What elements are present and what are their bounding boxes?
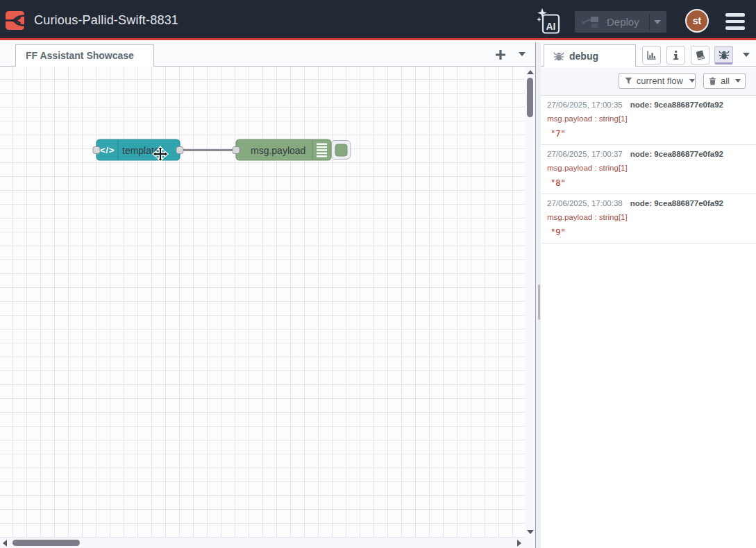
- debug-filter-label: current flow: [637, 76, 683, 86]
- flow-canvas[interactable]: </> template msg.payload: [0, 67, 525, 538]
- help-tab-button[interactable]: [691, 46, 709, 65]
- scroll-left-icon[interactable]: [3, 540, 7, 547]
- node-debug[interactable]: msg.payload: [236, 139, 351, 160]
- debug-message-list: 27/06/2025, 17:00:35node: 9cea886877e0fa…: [541, 95, 756, 548]
- debug-message[interactable]: 27/06/2025, 17:00:35node: 9cea886877e0fa…: [541, 96, 756, 145]
- workspace-tabbar: FF Assistant Showcase: [0, 42, 535, 67]
- debug-timestamp: 27/06/2025, 17:00:35: [547, 101, 623, 109]
- port-template-output[interactable]: [176, 147, 183, 154]
- deploy-options-caret-icon[interactable]: [654, 20, 661, 24]
- node-template[interactable]: </> template: [96, 139, 180, 160]
- hscroll-thumb[interactable]: [12, 540, 80, 546]
- debug-message[interactable]: 27/06/2025, 17:00:37node: 9cea886877e0fa…: [541, 145, 756, 194]
- splitter-grip[interactable]: [538, 284, 540, 320]
- user-avatar[interactable]: st: [685, 9, 709, 33]
- bug-icon: [553, 51, 564, 62]
- sidebar-splitter[interactable]: [535, 42, 541, 548]
- debug-property-path[interactable]: msg.payload : string[1]: [547, 113, 750, 124]
- node-red-editor: Curious-Pallid-Swift-8831 AI Deploy st: [0, 0, 756, 548]
- debug-node-id: node: 9cea886877e0fa92: [630, 101, 723, 109]
- sidebar-tab-debug[interactable]: debug: [544, 44, 636, 67]
- port-template-input[interactable]: [93, 147, 100, 154]
- scroll-down-icon[interactable]: [527, 530, 534, 534]
- book-icon: [695, 50, 705, 60]
- funnel-icon: [625, 77, 632, 85]
- info-tab-button[interactable]: [666, 46, 685, 65]
- flow-list-caret-icon[interactable]: [514, 48, 530, 62]
- deploy-button[interactable]: Deploy: [575, 11, 666, 33]
- avatar-initials: st: [693, 15, 701, 26]
- bug-icon: [719, 49, 730, 60]
- debug-value: "9": [547, 227, 750, 238]
- chart-icon: [646, 50, 657, 60]
- node-debug-label: msg.payload: [251, 145, 305, 156]
- trash-icon: [709, 77, 716, 85]
- deploy-divider: [649, 14, 650, 30]
- flowfuse-logo-icon: [6, 11, 24, 30]
- scroll-right-icon[interactable]: [517, 540, 521, 547]
- debug-toolbar: current flow all: [541, 67, 756, 95]
- debug-property-path[interactable]: msg.payload : string[1]: [547, 162, 750, 173]
- debug-timestamp: 27/06/2025, 17:00:37: [547, 150, 623, 158]
- canvas-vscrollbar[interactable]: [525, 67, 535, 538]
- debug-node-id: node: 9cea886877e0fa92: [630, 150, 723, 158]
- sidebar: debug: [541, 42, 756, 548]
- flow-tab[interactable]: FF Assistant Showcase: [15, 44, 154, 67]
- sidebar-tab-debug-label: debug: [569, 51, 598, 62]
- port-debug-input[interactable]: [233, 147, 240, 154]
- debug-tab-button[interactable]: [714, 46, 733, 65]
- scroll-up-icon[interactable]: [527, 70, 534, 74]
- ai-assistant-icon[interactable]: AI: [535, 8, 560, 34]
- filter-caret-icon: [689, 79, 695, 83]
- header: Curious-Pallid-Swift-8831 AI Deploy st: [0, 0, 756, 40]
- debug-clear-label: all: [721, 76, 730, 86]
- debug-node-id: node: 9cea886877e0fa92: [630, 199, 723, 207]
- debug-timestamp: 27/06/2025, 17:00:38: [547, 199, 623, 207]
- debug-value: "8": [547, 178, 750, 189]
- dashboard-tab-button[interactable]: [642, 46, 661, 65]
- main-menu-icon[interactable]: [725, 13, 745, 30]
- code-icon: </>: [100, 145, 115, 155]
- sidebar-menu-caret-icon[interactable]: [743, 53, 750, 57]
- instance-title: Curious-Pallid-Swift-8831: [34, 0, 178, 40]
- debug-filter-button[interactable]: current flow: [619, 73, 696, 89]
- vscroll-thumb[interactable]: [527, 78, 533, 117]
- debug-clear-button[interactable]: all: [703, 73, 746, 89]
- info-icon: [671, 50, 681, 60]
- debug-value: "7": [547, 128, 750, 139]
- debug-message[interactable]: 27/06/2025, 17:00:38node: 9cea886877e0fa…: [541, 194, 756, 243]
- add-flow-button[interactable]: [492, 46, 510, 64]
- deploy-icon: [582, 15, 600, 29]
- clear-caret-icon: [735, 79, 741, 83]
- deploy-label: Deploy: [607, 16, 639, 28]
- plus-icon: [495, 49, 506, 60]
- svg-text:AI: AI: [546, 21, 556, 32]
- debug-property-path[interactable]: msg.payload : string[1]: [547, 212, 750, 223]
- canvas-hscrollbar[interactable]: [0, 538, 535, 548]
